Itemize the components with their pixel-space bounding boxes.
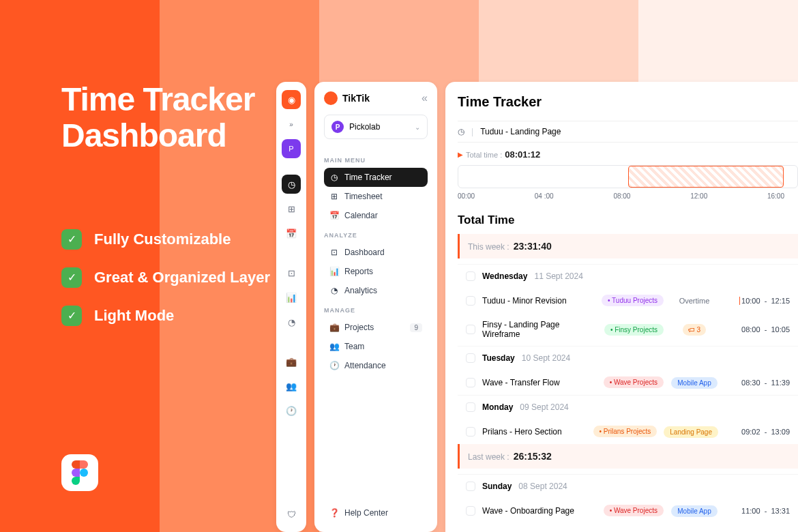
week-banner: This week :23:31:40 bbox=[458, 234, 798, 258]
timeline: ▶Total time : 08:01:12 00:0004 :0008:001… bbox=[458, 149, 798, 200]
day-header: Sunday08 Sept 2024 bbox=[458, 474, 798, 498]
checkbox[interactable] bbox=[466, 402, 475, 412]
time-entry[interactable]: Prilans - Hero Section• Prilans Projects… bbox=[458, 419, 798, 444]
nav-projects[interactable]: 💼Projects9 bbox=[324, 318, 428, 337]
checkbox[interactable] bbox=[466, 378, 475, 387]
checkbox[interactable] bbox=[466, 296, 475, 306]
page-title: Time Tracker bbox=[458, 94, 798, 110]
play-icon: ▶ bbox=[458, 151, 463, 158]
time-entry[interactable]: Tuduu - Minor Revision• Tuduu ProjectsOv… bbox=[458, 288, 798, 313]
day-header: Tuesday10 Sept 2024 bbox=[458, 346, 798, 370]
current-task-name: Tuduu - Landing Page bbox=[480, 127, 561, 136]
nav-team[interactable]: 👥Team bbox=[324, 337, 428, 356]
svg-point-0 bbox=[80, 469, 88, 477]
section-header: ANALYZE bbox=[324, 232, 428, 239]
calendar-rail-icon[interactable]: 📅 bbox=[282, 224, 301, 243]
promo-title: Time TrackerDashboard bbox=[61, 82, 270, 154]
chevron-down-icon: ⌄ bbox=[415, 123, 420, 131]
workspace-selector[interactable]: P Pickolab ⌄ bbox=[324, 115, 428, 139]
nav-dashboard[interactable]: ⊡Dashboard bbox=[324, 243, 428, 262]
section-header: MAIN MENU bbox=[324, 157, 428, 164]
check-icon: ✓ bbox=[61, 306, 82, 326]
section-header: MANAGE bbox=[324, 307, 428, 314]
timeline-block bbox=[628, 166, 784, 188]
time-entry[interactable]: Wave - Onboarding Page• Wave ProjectsMob… bbox=[458, 498, 798, 523]
check-icon: ✓ bbox=[61, 229, 82, 250]
expand-icon[interactable]: » bbox=[282, 115, 301, 134]
main-content: Time Tracker ◷ | Tuduu - Landing Page ▶T… bbox=[445, 82, 798, 532]
time-entry[interactable]: Finsy - Landing Page Wireframe• Finsy Pr… bbox=[458, 313, 798, 346]
sidebar-logo: TikTik bbox=[324, 91, 370, 105]
reports-rail-icon[interactable]: 📊 bbox=[282, 288, 301, 307]
check-icon: ✓ bbox=[61, 267, 82, 288]
attendance-rail-icon[interactable]: 🕐 bbox=[282, 401, 301, 420]
feature-item: ✓Light Mode bbox=[61, 306, 270, 326]
shield-icon[interactable]: 🛡 bbox=[282, 505, 301, 524]
checkbox[interactable] bbox=[466, 482, 475, 491]
checkbox[interactable] bbox=[466, 271, 475, 281]
feature-item: ✓Fully Customizable bbox=[61, 229, 270, 250]
nav-help[interactable]: ❓Help Center bbox=[324, 503, 428, 522]
nav-attendance[interactable]: 🕐Attendance bbox=[324, 356, 428, 375]
tag-icon: 🏷 3 bbox=[683, 324, 706, 336]
day-header: Monday09 Sept 2024 bbox=[458, 395, 798, 419]
checkbox[interactable] bbox=[466, 427, 475, 437]
timer-rail-icon[interactable]: ◷ bbox=[282, 175, 301, 194]
promo-panel: Time TrackerDashboard ✓Fully Customizabl… bbox=[61, 82, 270, 344]
figma-icon bbox=[61, 454, 98, 491]
time-entry[interactable]: Wave - Transfer Flow• Wave ProjectsMobil… bbox=[458, 370, 798, 395]
day-header: Wednesday11 Sept 2024 bbox=[458, 264, 798, 288]
timeline-track[interactable] bbox=[458, 165, 798, 188]
nav-calendar[interactable]: 📅Calendar bbox=[324, 206, 428, 225]
checkbox[interactable] bbox=[466, 353, 475, 363]
dashboard-rail-icon[interactable]: ⊡ bbox=[282, 263, 301, 282]
clock-icon: ◷ bbox=[458, 127, 464, 136]
feature-item: ✓Great & Organized Layer bbox=[61, 267, 270, 288]
collapse-icon[interactable]: « bbox=[422, 92, 428, 104]
timesheet-rail-icon[interactable]: ⊞ bbox=[282, 199, 301, 218]
current-task-bar: ◷ | Tuduu - Landing Page bbox=[458, 121, 798, 143]
sidebar: TikTik « P Pickolab ⌄ MAIN MENU ◷Time Tr… bbox=[314, 82, 437, 532]
week-banner: Last week :26:15:32 bbox=[458, 444, 798, 469]
section-title: Total Time bbox=[458, 213, 798, 227]
team-rail-icon[interactable]: 👥 bbox=[282, 376, 301, 396]
nav-reports[interactable]: 📊Reports bbox=[324, 262, 428, 281]
projects-rail-icon[interactable]: 💼 bbox=[282, 352, 301, 371]
checkbox[interactable] bbox=[466, 506, 475, 516]
checkbox[interactable] bbox=[466, 325, 475, 334]
nav-rail: ◉ » P ◷ ⊞ 📅 ⊡ 📊 ◔ 💼 👥 🕐 🛡 bbox=[276, 82, 306, 532]
brand-icon[interactable]: ◉ bbox=[282, 90, 301, 109]
workspace-rail-icon[interactable]: P bbox=[282, 139, 301, 158]
nav-analytics[interactable]: ◔Analytics bbox=[324, 281, 428, 300]
analytics-rail-icon[interactable]: ◔ bbox=[282, 312, 301, 331]
nav-timetracker[interactable]: ◷Time Tracker bbox=[324, 168, 428, 187]
nav-timesheet[interactable]: ⊞Timesheet bbox=[324, 187, 428, 206]
